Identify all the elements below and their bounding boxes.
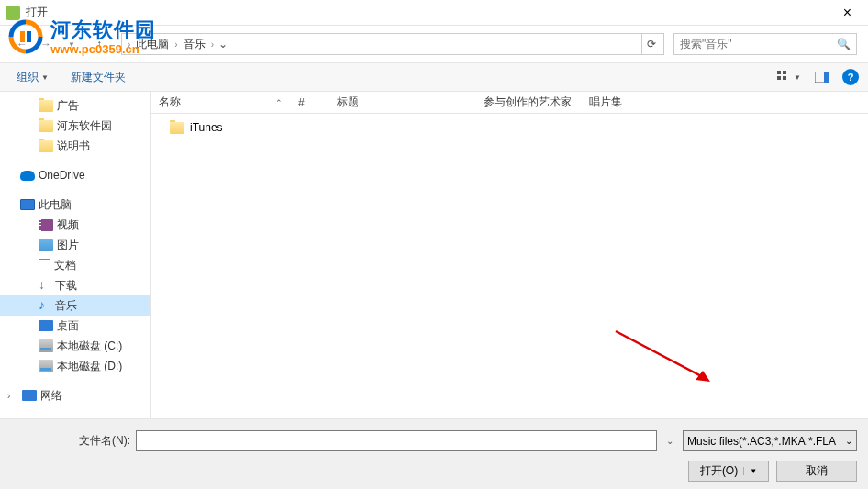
folder-icon xyxy=(39,100,53,112)
sidebar-item[interactable]: 本地磁盘 (D:) xyxy=(0,356,150,376)
organize-menu[interactable]: 组织 ▼ xyxy=(9,66,56,89)
sidebar-item-label: 本地磁盘 (D:) xyxy=(57,359,122,374)
column-header-title[interactable]: 标题 xyxy=(329,92,476,113)
expand-icon[interactable]: › xyxy=(7,391,17,401)
filename-dropdown[interactable]: ⌄ xyxy=(662,436,677,446)
column-header-name[interactable]: 名称 ⌃ xyxy=(151,92,291,113)
onedrive-icon xyxy=(20,171,35,181)
sidebar-item[interactable]: 桌面 xyxy=(0,316,150,336)
svg-rect-4 xyxy=(777,76,781,80)
file-name: iTunes xyxy=(190,121,223,134)
chevron-down-icon: ⌄ xyxy=(845,436,852,446)
chevron-right-icon: › xyxy=(126,39,132,50)
annotation-arrow xyxy=(611,327,721,391)
breadcrumb-dropdown[interactable]: ⌄ xyxy=(216,38,230,50)
svg-marker-9 xyxy=(696,371,710,382)
refresh-button[interactable]: ⟳ xyxy=(641,34,660,54)
sidebar-item[interactable]: 视频 xyxy=(0,215,150,235)
sidebar-item-label: 网络 xyxy=(40,388,62,404)
open-button[interactable]: 打开(O) ▼ xyxy=(688,461,769,482)
sidebar-item[interactable]: ›网络 xyxy=(0,385,150,406)
sidebar-item[interactable]: 音乐 xyxy=(0,295,150,316)
svg-rect-7 xyxy=(824,72,829,83)
sidebar: 广告河东软件园说明书OneDrive此电脑视频图片文档下载音乐桌面本地磁盘 (C… xyxy=(0,92,151,418)
sidebar-item-label: 下载 xyxy=(55,278,77,294)
svg-rect-5 xyxy=(783,76,786,80)
music-icon xyxy=(39,299,51,312)
help-button[interactable]: ? xyxy=(842,69,859,85)
breadcrumb-item[interactable]: 音乐 xyxy=(180,34,209,54)
column-headers: 名称 ⌃ # 标题 参与创作的艺术家 唱片集 xyxy=(151,92,868,114)
filename-label: 文件名(N): xyxy=(11,433,130,449)
doc-icon xyxy=(39,259,50,272)
close-button[interactable]: × xyxy=(827,0,868,26)
sidebar-item-label: OneDrive xyxy=(39,169,85,182)
app-icon xyxy=(6,6,20,20)
column-header-artist[interactable]: 参与创作的艺术家 xyxy=(476,92,582,113)
chevron-right-icon: › xyxy=(172,39,179,50)
sidebar-item-label: 文档 xyxy=(54,258,76,273)
desktop-icon xyxy=(39,320,53,331)
sort-caret-icon: ⌃ xyxy=(275,98,283,107)
svg-rect-3 xyxy=(783,71,786,74)
sidebar-item-label: 音乐 xyxy=(55,298,77,314)
search-box[interactable]: 🔍 xyxy=(673,33,857,55)
pc-icon xyxy=(20,199,35,210)
nav-back-button[interactable]: ← xyxy=(11,33,33,55)
sidebar-item[interactable]: 广告 xyxy=(0,95,150,116)
network-icon xyxy=(22,390,37,401)
preview-pane-button[interactable] xyxy=(809,67,835,87)
column-header-number[interactable]: # xyxy=(291,92,329,113)
sidebar-item[interactable]: 说明书 xyxy=(0,136,150,156)
filename-input[interactable] xyxy=(136,430,657,451)
disk-icon xyxy=(39,360,53,372)
file-row[interactable]: iTunes xyxy=(151,117,868,138)
chevron-down-icon: ▼ xyxy=(743,467,757,475)
disk-icon xyxy=(39,339,53,352)
folder-icon xyxy=(39,140,53,152)
sidebar-item[interactable]: OneDrive xyxy=(0,165,150,185)
sidebar-item[interactable]: 本地磁盘 (C:) xyxy=(0,336,150,356)
folder-icon xyxy=(170,122,184,134)
folder-icon xyxy=(39,120,53,132)
sidebar-item-label: 视频 xyxy=(57,217,79,233)
sidebar-item-label: 此电脑 xyxy=(39,197,72,213)
sidebar-item[interactable]: 此电脑 xyxy=(0,194,150,215)
window-title: 打开 xyxy=(26,5,48,20)
sidebar-item-label: 桌面 xyxy=(57,318,79,334)
sidebar-item-label: 说明书 xyxy=(57,139,90,154)
sidebar-item[interactable]: 下载 xyxy=(0,275,150,295)
chevron-right-icon: › xyxy=(209,39,216,50)
view-options-button[interactable]: ▼ xyxy=(776,67,802,87)
chevron-down-icon: ▼ xyxy=(41,73,49,82)
search-icon: 🔍 xyxy=(837,38,851,50)
nav-recent-dropdown[interactable]: ▼ xyxy=(61,33,83,55)
pic-icon xyxy=(39,239,53,251)
download-icon xyxy=(39,279,51,292)
sidebar-item[interactable]: 文档 xyxy=(0,255,150,275)
nav-forward-button[interactable]: → xyxy=(35,33,57,55)
sidebar-item-label: 广告 xyxy=(57,98,79,114)
breadcrumb[interactable]: › 此电脑 › 音乐 › ⌄ ⟳ xyxy=(121,33,664,55)
svg-rect-2 xyxy=(777,71,781,74)
video-icon xyxy=(39,219,53,231)
sidebar-item[interactable]: 河东软件园 xyxy=(0,116,150,136)
cancel-button[interactable]: 取消 xyxy=(776,461,857,482)
sidebar-item[interactable]: 图片 xyxy=(0,235,150,255)
svg-line-8 xyxy=(616,331,703,377)
column-header-album[interactable]: 唱片集 xyxy=(582,92,655,113)
sidebar-item-label: 河东软件园 xyxy=(57,118,112,134)
search-input[interactable] xyxy=(680,38,837,50)
sidebar-item-label: 本地磁盘 (C:) xyxy=(57,339,122,354)
nav-up-button[interactable]: ↑ xyxy=(90,35,108,53)
breadcrumb-item[interactable]: 此电脑 xyxy=(132,34,172,54)
file-filter-dropdown[interactable]: Music files(*.AC3;*.MKA;*.FLA ⌄ xyxy=(683,430,857,451)
new-folder-button[interactable]: 新建文件夹 xyxy=(63,66,133,89)
file-list: iTunes xyxy=(151,114,868,141)
sidebar-item-label: 图片 xyxy=(57,238,79,253)
